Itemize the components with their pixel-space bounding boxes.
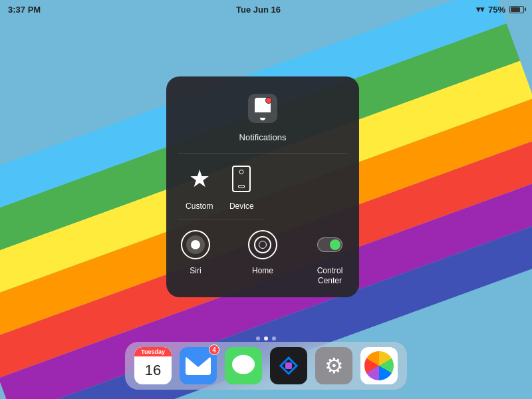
calendar-day: 16: [145, 363, 161, 378]
svg-point-1: [232, 355, 255, 374]
assistive-touch-menu: Notifications ★ Custom Device: [166, 76, 359, 297]
device-label: Device: [229, 201, 254, 211]
dock: Tuesday 16 4 ⚙: [125, 342, 407, 390]
page-dot-2: [264, 336, 268, 340]
siri-label: Siri: [190, 266, 201, 275]
battery-icon: [509, 6, 524, 13]
siri-dot: [191, 240, 200, 249]
star-icon: ★: [189, 165, 210, 193]
status-bar: 3:37 PM Tue Jun 16 ▾▾ 75%: [0, 0, 532, 19]
notifications-icon-container[interactable]: [243, 88, 283, 128]
control-center-icon-container: [313, 227, 347, 262]
siri-icon-container: [178, 227, 213, 262]
at-notifications-section: Notifications: [178, 88, 347, 154]
page-dots: [256, 336, 276, 340]
calendar-header: Tuesday: [134, 347, 172, 356]
wifi-icon: ▾▾: [476, 5, 484, 14]
device-icon: [232, 166, 251, 192]
siri-inner: [186, 235, 205, 254]
at-device-item[interactable]: Device: [221, 162, 263, 211]
toggle-knob: [330, 239, 340, 250]
shortcuts-icon: [277, 354, 301, 378]
mail-icon: [186, 356, 211, 375]
battery-percent: 75%: [488, 5, 505, 15]
svg-rect-4: [285, 362, 292, 369]
device-icon-container: [224, 162, 259, 196]
at-siri-item[interactable]: Siri: [178, 227, 213, 285]
at-middle-row: ★ Custom Device: [178, 159, 263, 219]
page-dot-1: [256, 336, 260, 340]
status-right: ▾▾ 75%: [476, 5, 524, 15]
dock-app-calendar[interactable]: Tuesday 16: [134, 347, 172, 384]
dock-app-settings[interactable]: ⚙: [315, 347, 352, 384]
notification-badge: [265, 97, 272, 104]
battery-fill: [511, 7, 520, 12]
notifications-label: Notifications: [239, 132, 287, 142]
custom-label: Custom: [186, 201, 213, 211]
home-inner: [254, 236, 271, 253]
siri-icon: [181, 230, 210, 259]
dock-app-photos[interactable]: [360, 347, 398, 384]
home-label: Home: [252, 266, 273, 275]
calendar-day-container: 16: [145, 356, 161, 384]
notifications-icon: [248, 94, 277, 123]
control-center-label: ControlCenter: [317, 266, 343, 285]
dock-app-messages[interactable]: [225, 347, 262, 384]
home-icon-container: [245, 227, 280, 262]
status-date: Tue Jun 16: [236, 5, 281, 15]
custom-icon-container: ★: [182, 162, 217, 196]
mail-badge: 4: [209, 344, 219, 355]
at-home-item[interactable]: Home: [245, 227, 280, 285]
battery-indicator: [509, 6, 524, 13]
dock-app-shortcuts[interactable]: [270, 347, 307, 384]
photos-gradient: [364, 351, 394, 380]
at-bottom-row: Siri Home ControlCenter: [178, 219, 347, 285]
home-center: [259, 241, 267, 249]
page-dot-3: [272, 336, 276, 340]
control-center-icon: [317, 237, 342, 252]
dock-app-mail[interactable]: 4: [180, 347, 217, 384]
at-custom-item[interactable]: ★ Custom: [178, 162, 221, 211]
settings-gear-icon: ⚙: [325, 353, 344, 378]
status-time: 3:37 PM: [8, 5, 41, 15]
home-icon: [248, 230, 277, 259]
at-control-center-item[interactable]: ControlCenter: [313, 227, 347, 285]
messages-icon: [231, 353, 256, 378]
